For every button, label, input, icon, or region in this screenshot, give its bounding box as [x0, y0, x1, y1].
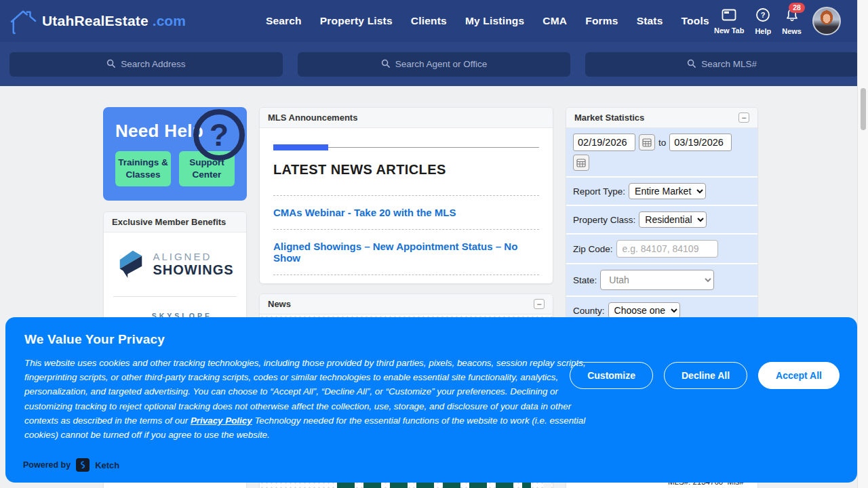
mls-announcements-title: MLS Announcements	[268, 113, 357, 123]
mls-announcements-card: MLS Announcements LATEST NEWS ARTICLES C…	[259, 107, 553, 284]
accent-line	[273, 144, 539, 151]
ketch-logo-icon	[76, 458, 90, 472]
cookie-banner-title: We Value Your Privacy	[24, 332, 838, 347]
accept-all-button[interactable]: Accept All	[758, 362, 840, 389]
question-mark-icon: ?	[193, 109, 245, 161]
news-article-link[interactable]: CMAs Webinar - Take 20 with the MLS	[273, 196, 539, 229]
property-class-label: Property Class:	[573, 215, 635, 225]
search-agent-office-input[interactable]: Search Agent or Office	[298, 52, 571, 77]
powered-by-label: Powered by	[23, 460, 71, 470]
state-select[interactable]: Utah	[600, 270, 714, 290]
site-logo[interactable]: UtahRealEstate.com	[9, 7, 186, 35]
new-tab-button[interactable]: New Tab	[714, 8, 744, 35]
news-badge: 28	[789, 3, 805, 13]
search-address-input[interactable]: Search Address	[9, 52, 283, 77]
help-label: Help	[755, 27, 771, 35]
news-button[interactable]: 28 News	[782, 7, 802, 35]
nav-item-clients[interactable]: Clients	[411, 15, 447, 27]
aligned-showings-logo[interactable]: ALIGNED SHOWINGS	[104, 232, 246, 296]
news-label: News	[782, 27, 802, 35]
zip-code-row: Zip Code:	[566, 235, 757, 264]
cookie-banner-buttons: Customize Decline All Accept All	[570, 362, 840, 389]
powered-by-ketch[interactable]: Powered by Ketch	[23, 458, 119, 472]
nav-item-property-lists[interactable]: Property Lists	[320, 15, 393, 27]
property-class-select[interactable]: Residential	[639, 211, 707, 228]
scrollbar-thumb[interactable]	[861, 88, 866, 130]
avatar[interactable]	[812, 7, 841, 35]
search-mls-placeholder: Search MLS#	[701, 59, 757, 69]
state-row: State: Utah	[566, 264, 757, 297]
county-select[interactable]: Choose one	[608, 302, 680, 319]
report-type-row: Report Type: Entire Market	[566, 178, 757, 206]
need-help-card: Need Help ? Trainings & Classes Support …	[103, 107, 247, 201]
county-label: County:	[573, 306, 605, 316]
page: UtahRealEstate.com Search Property Lists…	[0, 0, 868, 488]
nav-item-forms[interactable]: Forms	[585, 15, 618, 27]
window-scrollbar[interactable]	[857, 0, 868, 488]
search-icon	[381, 59, 390, 70]
property-class-row: Property Class: Residential	[566, 206, 757, 235]
collapse-icon[interactable]: −	[738, 113, 749, 123]
calendar-icon[interactable]	[639, 134, 655, 150]
news-article-link[interactable]: Aligned Showings – New Appointment Statu…	[273, 230, 539, 274]
date-range-row: to	[566, 128, 757, 178]
logo-text: UtahRealEstate	[42, 13, 149, 29]
search-address-placeholder: Search Address	[121, 59, 185, 69]
search-icon	[687, 59, 696, 70]
search-mls-input[interactable]: Search MLS#	[585, 52, 859, 77]
search-agent-placeholder: Search Agent or Office	[395, 59, 488, 69]
trainings-classes-button[interactable]: Trainings & Classes	[115, 151, 171, 186]
state-label: State:	[573, 275, 597, 285]
market-statistics-title: Market Statistics	[574, 113, 644, 123]
date-from-input[interactable]	[573, 134, 635, 151]
top-actions: New Tab ? Help 28	[714, 7, 856, 35]
quick-search-bar: Search Address Search Agent or Office Se…	[0, 42, 868, 86]
member-benefits-title: Exclusive Member Benefits	[112, 217, 226, 227]
nav-item-cma[interactable]: CMA	[542, 15, 567, 27]
collapse-icon[interactable]: −	[534, 299, 545, 309]
cookie-banner-body: This website uses cookies and other trac…	[24, 356, 602, 442]
svg-text:?: ?	[761, 11, 766, 19]
new-tab-icon	[721, 8, 737, 24]
zip-code-input[interactable]	[616, 240, 718, 258]
nav-item-stats[interactable]: Stats	[637, 15, 663, 27]
zip-code-label: Zip Code:	[573, 244, 613, 254]
help-icon: ?	[755, 7, 770, 25]
ketch-label: Ketch	[95, 460, 119, 470]
privacy-policy-link[interactable]: Privacy Policy	[191, 415, 252, 426]
top-navigation-bar: UtahRealEstate.com Search Property Lists…	[0, 0, 868, 42]
report-type-select[interactable]: Entire Market	[629, 183, 706, 199]
nav-item-search[interactable]: Search	[266, 15, 302, 27]
aligned-showings-icon	[116, 247, 146, 281]
divider	[273, 274, 539, 275]
date-to-input[interactable]	[669, 134, 732, 151]
decline-all-button[interactable]: Decline All	[664, 362, 747, 389]
logo-suffix: .com	[153, 13, 186, 29]
aligned-text: ALIGNED	[153, 251, 233, 262]
house-logo-icon	[9, 7, 38, 35]
nav-item-tools[interactable]: Tools	[682, 15, 709, 27]
news-title: News	[268, 299, 291, 309]
main-navigation: Search Property Lists Clients My Listing…	[266, 15, 709, 27]
customize-button[interactable]: Customize	[570, 362, 653, 389]
report-type-label: Report Type:	[573, 186, 625, 197]
latest-news-heading: LATEST NEWS ARTICLES	[273, 162, 539, 178]
to-label: to	[658, 138, 666, 148]
new-tab-label: New Tab	[714, 26, 744, 35]
cookie-consent-banner: We Value Your Privacy This website uses …	[5, 317, 857, 483]
nav-item-my-listings[interactable]: My Listings	[465, 15, 524, 27]
help-button[interactable]: ? Help	[755, 7, 771, 35]
calendar-icon[interactable]	[573, 155, 589, 171]
search-icon	[106, 59, 115, 70]
showings-text: SHOWINGS	[153, 262, 233, 278]
